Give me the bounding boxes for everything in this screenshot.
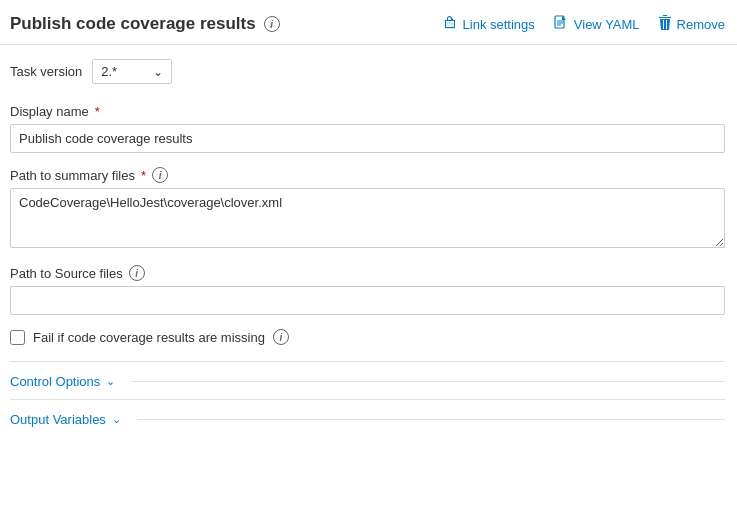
summary-files-input[interactable] bbox=[10, 188, 725, 248]
source-files-info-icon[interactable]: i bbox=[129, 265, 145, 281]
source-files-label-row: Path to Source files i bbox=[10, 265, 725, 281]
control-options-section: Control Options ⌄ bbox=[10, 361, 725, 399]
control-options-header[interactable]: Control Options ⌄ bbox=[10, 374, 725, 389]
remove-icon bbox=[658, 15, 672, 34]
task-version-chevron-icon: ⌄ bbox=[153, 65, 163, 79]
header-actions: Link settings View YAML Remove bbox=[442, 15, 725, 34]
fail-if-missing-row: Fail if code coverage results are missin… bbox=[10, 329, 725, 345]
display-name-required: * bbox=[95, 104, 100, 119]
content-area: Task version 2.* ⌄ Display name * Path t… bbox=[0, 45, 737, 345]
summary-files-required: * bbox=[141, 168, 146, 183]
fail-if-missing-label: Fail if code coverage results are missin… bbox=[33, 330, 265, 345]
control-options-divider bbox=[131, 381, 725, 382]
fail-if-missing-checkbox[interactable] bbox=[10, 330, 25, 345]
view-yaml-icon bbox=[553, 15, 569, 34]
display-name-label-row: Display name * bbox=[10, 104, 725, 119]
display-name-group: Display name * bbox=[10, 104, 725, 153]
page-header: Publish code coverage results i Link set… bbox=[0, 0, 737, 45]
link-settings-button[interactable]: Link settings bbox=[442, 15, 535, 34]
header-left: Publish code coverage results i bbox=[10, 14, 280, 34]
output-variables-section: Output Variables ⌄ bbox=[10, 399, 725, 437]
output-variables-chevron-icon: ⌄ bbox=[112, 413, 121, 426]
output-variables-header[interactable]: Output Variables ⌄ bbox=[10, 412, 725, 427]
control-options-chevron-icon: ⌄ bbox=[106, 375, 115, 388]
display-name-input[interactable] bbox=[10, 124, 725, 153]
fail-if-missing-info-icon[interactable]: i bbox=[273, 329, 289, 345]
task-version-label: Task version bbox=[10, 64, 82, 79]
summary-files-label: Path to summary files bbox=[10, 168, 135, 183]
summary-files-group: Path to summary files * i bbox=[10, 167, 725, 251]
display-name-label: Display name bbox=[10, 104, 89, 119]
task-version-value: 2.* bbox=[101, 64, 117, 79]
control-options-label: Control Options bbox=[10, 374, 100, 389]
summary-files-info-icon[interactable]: i bbox=[152, 167, 168, 183]
link-settings-icon bbox=[442, 15, 458, 34]
title-info-icon[interactable]: i bbox=[264, 16, 280, 32]
page-title: Publish code coverage results bbox=[10, 14, 256, 34]
source-files-input[interactable] bbox=[10, 286, 725, 315]
output-variables-label: Output Variables bbox=[10, 412, 106, 427]
task-version-select[interactable]: 2.* ⌄ bbox=[92, 59, 172, 84]
view-yaml-label: View YAML bbox=[574, 17, 640, 32]
view-yaml-button[interactable]: View YAML bbox=[553, 15, 640, 34]
source-files-label: Path to Source files bbox=[10, 266, 123, 281]
source-files-group: Path to Source files i bbox=[10, 265, 725, 315]
summary-files-label-row: Path to summary files * i bbox=[10, 167, 725, 183]
output-variables-divider bbox=[137, 419, 725, 420]
task-version-row: Task version 2.* ⌄ bbox=[10, 59, 725, 84]
remove-button[interactable]: Remove bbox=[658, 15, 725, 34]
link-settings-label: Link settings bbox=[463, 17, 535, 32]
remove-label: Remove bbox=[677, 17, 725, 32]
